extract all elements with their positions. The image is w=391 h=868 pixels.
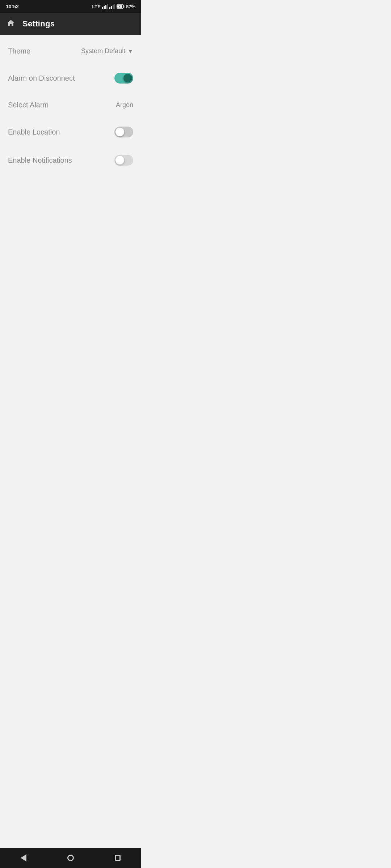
select-alarm-label: Select Alarm — [8, 101, 49, 109]
home-icon[interactable] — [7, 19, 15, 29]
theme-setting-row: Theme System Default ▼ — [0, 38, 141, 64]
status-time: 10:52 — [6, 4, 19, 9]
enable-location-row: Enable Location — [0, 118, 141, 146]
svg-rect-3 — [107, 4, 108, 9]
enable-location-toggle[interactable] — [114, 127, 133, 137]
theme-current-value: System Default — [81, 47, 125, 55]
theme-dropdown-arrow: ▼ — [127, 48, 133, 55]
page-title: Settings — [22, 19, 55, 29]
signal-icon-2 — [109, 4, 115, 9]
alarm-disconnect-thumb — [123, 74, 132, 82]
enable-notifications-toggle[interactable] — [114, 155, 133, 166]
enable-location-thumb — [115, 128, 124, 136]
enable-notifications-label: Enable Notifications — [8, 156, 72, 165]
status-right: LTE 87% — [92, 4, 135, 9]
app-bar: Settings — [0, 13, 141, 35]
svg-rect-1 — [104, 6, 105, 9]
settings-content: Theme System Default ▼ Alarm on Disconne… — [0, 35, 141, 178]
theme-value-container[interactable]: System Default ▼ — [81, 47, 133, 55]
alarm-disconnect-toggle[interactable] — [114, 73, 133, 84]
alarm-disconnect-track — [114, 73, 133, 84]
svg-rect-2 — [105, 5, 106, 9]
svg-rect-0 — [102, 7, 103, 9]
svg-rect-5 — [111, 6, 112, 9]
signal-icon — [102, 4, 108, 9]
battery-level: 87% — [126, 4, 135, 9]
svg-rect-7 — [114, 4, 115, 9]
status-bar: 10:52 LTE 87% — [0, 0, 141, 13]
select-alarm-row[interactable]: Select Alarm Argon — [0, 92, 141, 118]
select-alarm-value: Argon — [116, 101, 133, 109]
enable-location-label: Enable Location — [8, 128, 60, 136]
enable-location-track — [114, 127, 133, 137]
alarm-disconnect-row: Alarm on Disconnect — [0, 64, 141, 92]
enable-notifications-row: Enable Notifications — [0, 146, 141, 174]
svg-rect-6 — [113, 5, 114, 9]
enable-notifications-track — [114, 155, 133, 166]
theme-label: Theme — [8, 47, 30, 55]
battery-icon — [117, 4, 125, 9]
alarm-disconnect-label: Alarm on Disconnect — [8, 74, 75, 82]
lte-label: LTE — [92, 4, 101, 9]
enable-notifications-thumb — [115, 156, 124, 165]
svg-rect-4 — [109, 7, 110, 9]
svg-rect-9 — [123, 6, 124, 8]
